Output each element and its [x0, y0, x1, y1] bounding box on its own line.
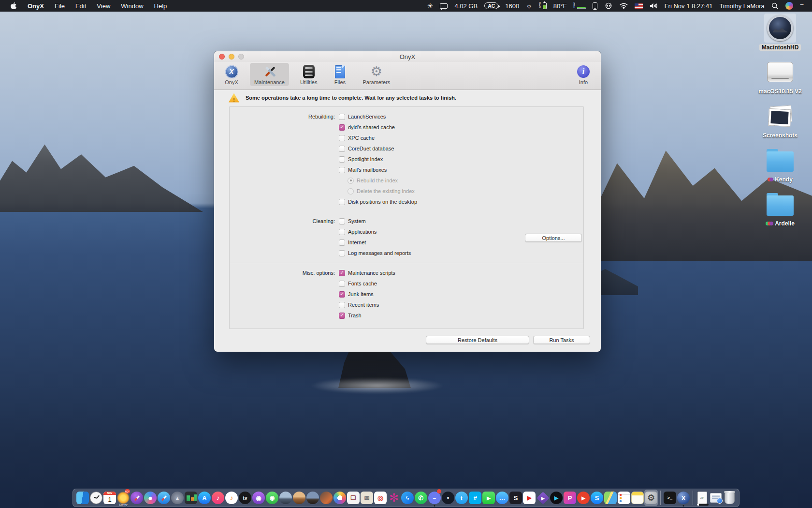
dock-facetime[interactable]: ▶	[482, 490, 495, 506]
dock-clock[interactable]	[89, 490, 103, 506]
toolbar-item-utilities[interactable]: Utilities	[296, 63, 321, 86]
dock-photo-disc-4[interactable]	[319, 490, 333, 506]
dock-twitter[interactable]: t	[455, 490, 468, 506]
checkbox-row-coreduet-database[interactable]: CoreDuet database	[339, 146, 394, 152]
minimize-button[interactable]	[229, 54, 234, 60]
dock-video-diamond[interactable]: ▶	[536, 490, 550, 506]
checkbox[interactable]	[339, 114, 345, 120]
checkbox-row-applications[interactable]: Applications	[339, 229, 377, 235]
dock-maps[interactable]	[604, 490, 617, 506]
memory-pressure-gauge[interactable]: MEM	[536, 0, 550, 12]
desktop-icon-macos10-15-v2[interactable]: macOS10.15 V2	[755, 58, 805, 95]
dock-youtube[interactable]: ▶	[522, 490, 536, 506]
volume-icon[interactable]	[646, 0, 661, 12]
checkbox-checked[interactable]: ✓	[339, 124, 345, 131]
dock-onyx[interactable]: X	[677, 490, 690, 506]
dock-itunes[interactable]: ♪	[225, 490, 238, 506]
dock-messenger[interactable]: ϟ	[401, 490, 414, 506]
user-name[interactable]: Timothy LaMora	[716, 0, 768, 12]
dock-photos[interactable]	[333, 490, 347, 506]
dock-discord[interactable]: ⌣	[428, 490, 441, 506]
checkbox-checked[interactable]: ✓	[339, 270, 345, 276]
checkbox-row-log-messages-and-reports[interactable]: Log messages and reports	[339, 250, 411, 256]
dock-safari[interactable]	[157, 490, 171, 506]
toolbar-item-maintenance[interactable]: Maintenance	[250, 63, 289, 86]
power-source-badge[interactable]: AC	[481, 0, 502, 12]
dock-shazam[interactable]: S	[590, 490, 604, 506]
dock-siri[interactable]	[144, 490, 157, 506]
memory-usage[interactable]: 4.02 GB	[451, 0, 481, 12]
checkbox-row-fonts-cache[interactable]: Fonts cache	[339, 281, 377, 287]
menu-item-view[interactable]: View	[91, 0, 116, 12]
dock-photo-disc-1[interactable]	[279, 490, 292, 506]
keyboard-brightness-icon[interactable]: ☼	[522, 0, 536, 12]
dock-apple-tv[interactable]: tv	[238, 490, 252, 506]
desktop-icon-macintoshhd[interactable]: MacintoshHD	[755, 14, 805, 51]
spotlight-search-icon[interactable]	[768, 0, 782, 12]
checkbox[interactable]	[339, 135, 345, 141]
dock-youtube-music[interactable]: ▶	[577, 490, 590, 506]
checkbox-row-spotlight-index[interactable]: Spotlight index	[339, 156, 383, 163]
dock-find-my[interactable]: ◉	[265, 490, 279, 506]
dock-zip-download[interactable]: ZIP	[696, 490, 709, 506]
dock-mail-stamp[interactable]: ✉	[360, 490, 374, 506]
checkbox[interactable]	[339, 146, 345, 152]
dock-document-preview[interactable]	[709, 490, 723, 506]
dock-system-preferences[interactable]: ⚙	[644, 490, 658, 506]
menu-item-window[interactable]: Window	[116, 0, 148, 12]
checkbox[interactable]	[339, 229, 345, 235]
wifi-icon[interactable]	[616, 0, 631, 12]
notification-center-icon[interactable]: ≡	[797, 0, 807, 12]
dock-music[interactable]: ♪	[211, 490, 225, 506]
run-tasks-button[interactable]: Run Tasks	[533, 336, 590, 344]
display-brightness-icon[interactable]: ☀	[424, 0, 437, 12]
checkbox[interactable]	[339, 167, 345, 173]
memory-icon[interactable]	[436, 0, 451, 12]
desktop-icon-ardelle[interactable]: Ardelle	[755, 190, 805, 227]
dock-groupme[interactable]: #	[468, 490, 482, 506]
checkbox-checked[interactable]: ✓	[339, 313, 345, 319]
dock-app-store[interactable]: A	[198, 490, 211, 506]
checkbox-row-recent-items[interactable]: Recent items	[339, 302, 379, 308]
checkbox-row-trash[interactable]: ✓Trash	[339, 313, 362, 319]
dock-camera-app[interactable]: ◎	[374, 490, 387, 506]
checkbox-row-system[interactable]: System	[339, 218, 366, 224]
checkbox-row-internet[interactable]: Internet	[339, 239, 366, 246]
checkbox-row-launchservices[interactable]: LaunchServices	[339, 114, 386, 120]
checkbox-row-mail-s-mailboxes[interactable]: Mail's mailboxes	[339, 167, 387, 173]
toolbar-item-info[interactable]: iInfo	[572, 63, 595, 86]
dock-photo-booth[interactable]: ❏	[347, 490, 360, 506]
menubar-clock[interactable]: Fri Nov 1 8:27:41	[661, 0, 716, 12]
dock-media-player[interactable]: ▶	[550, 490, 563, 506]
dock-terminal[interactable]: >_	[663, 490, 677, 506]
dock-calendar[interactable]: NOV1	[103, 490, 116, 506]
toolbar-item-files[interactable]: Files	[328, 63, 351, 86]
dock-reminders[interactable]	[617, 490, 631, 506]
cpu-history-graph[interactable]: CPU	[570, 0, 589, 12]
checkbox[interactable]	[339, 156, 345, 163]
menu-app-name[interactable]: OnyX	[22, 0, 49, 12]
dock-stats-panels[interactable]	[184, 490, 198, 506]
checkbox-row-xpc-cache[interactable]: XPC cache	[339, 135, 375, 141]
checkbox-checked[interactable]: ✓	[339, 291, 345, 298]
menu-item-help[interactable]: Help	[149, 0, 173, 12]
iphone-icon[interactable]	[589, 0, 601, 12]
dock-notes[interactable]	[631, 490, 644, 506]
toolbar-item-onyx[interactable]: XOnyX	[220, 63, 243, 86]
menu-item-file[interactable]: File	[49, 0, 70, 12]
checkbox-row-disk-positions-on-the-desktop[interactable]: Disk positions on the desktop	[339, 199, 417, 205]
toolbar-item-parameters[interactable]: ⚙Parameters	[358, 63, 394, 86]
window-titlebar[interactable]: OnyX	[214, 51, 601, 62]
fan-speed[interactable]: 1600	[502, 0, 522, 12]
dock-slack[interactable]: S	[509, 490, 522, 506]
dock-browser-purple[interactable]	[130, 490, 144, 506]
checkbox[interactable]	[339, 302, 345, 308]
dock-podcasts[interactable]: ◉	[252, 490, 265, 506]
dock-photo-disc-2[interactable]	[292, 490, 306, 506]
dock-whatsapp[interactable]: ✆	[414, 490, 428, 506]
checkbox[interactable]	[339, 239, 345, 246]
siri-icon[interactable]	[782, 0, 797, 12]
dock-launchpad[interactable]: ▲	[171, 490, 184, 506]
input-source-us-flag[interactable]	[631, 0, 646, 12]
dock-github[interactable]: ●	[441, 490, 455, 506]
